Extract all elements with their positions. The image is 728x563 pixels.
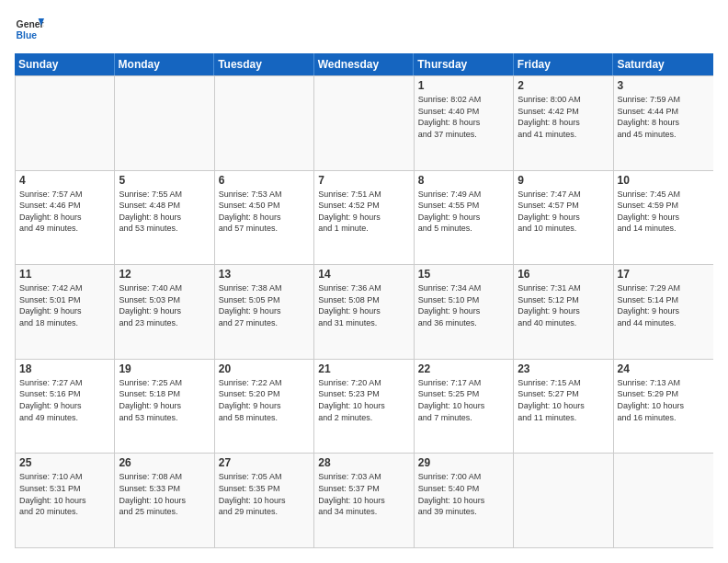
day-number: 11: [19, 268, 110, 281]
header: General Blue: [15, 15, 713, 44]
calendar-day-empty: [215, 76, 314, 170]
calendar-day-empty: [614, 454, 713, 547]
calendar-day-15: 15Sunrise: 7:34 AM Sunset: 5:10 PM Dayli…: [415, 265, 514, 359]
day-number: 12: [119, 268, 210, 281]
day-info: Sunrise: 7:29 AM Sunset: 5:14 PM Dayligh…: [618, 282, 710, 328]
day-info: Sunrise: 7:10 AM Sunset: 5:31 PM Dayligh…: [19, 471, 110, 517]
day-number: 21: [318, 362, 409, 375]
day-number: 3: [618, 79, 710, 92]
day-info: Sunrise: 7:15 AM Sunset: 5:27 PM Dayligh…: [518, 377, 609, 423]
day-number: 27: [219, 456, 310, 469]
calendar-day-29: 29Sunrise: 7:00 AM Sunset: 5:40 PM Dayli…: [415, 454, 514, 547]
day-number: 22: [418, 362, 509, 375]
day-info: Sunrise: 7:22 AM Sunset: 5:20 PM Dayligh…: [219, 377, 310, 423]
calendar-day-2: 2Sunrise: 8:00 AM Sunset: 4:42 PM Daylig…: [514, 76, 613, 170]
calendar-week-3: 11Sunrise: 7:42 AM Sunset: 5:01 PM Dayli…: [16, 264, 713, 359]
calendar-day-5: 5Sunrise: 7:55 AM Sunset: 4:48 PM Daylig…: [115, 171, 214, 265]
day-info: Sunrise: 7:25 AM Sunset: 5:18 PM Dayligh…: [119, 377, 210, 423]
calendar-day-10: 10Sunrise: 7:45 AM Sunset: 4:59 PM Dayli…: [614, 171, 713, 265]
calendar-day-12: 12Sunrise: 7:40 AM Sunset: 5:03 PM Dayli…: [115, 265, 214, 359]
day-number: 2: [518, 79, 609, 92]
day-info: Sunrise: 7:45 AM Sunset: 4:59 PM Dayligh…: [618, 189, 710, 235]
day-info: Sunrise: 7:08 AM Sunset: 5:33 PM Dayligh…: [119, 471, 210, 517]
calendar-day-27: 27Sunrise: 7:05 AM Sunset: 5:35 PM Dayli…: [215, 454, 314, 547]
day-number: 23: [518, 362, 609, 375]
weekday-header-monday: Monday: [115, 53, 215, 75]
weekday-header-tuesday: Tuesday: [214, 53, 314, 75]
day-info: Sunrise: 7:34 AM Sunset: 5:10 PM Dayligh…: [418, 282, 509, 328]
logo: General Blue: [15, 15, 48, 44]
calendar-day-28: 28Sunrise: 7:03 AM Sunset: 5:37 PM Dayli…: [314, 454, 414, 547]
calendar-week-2: 4Sunrise: 7:57 AM Sunset: 4:46 PM Daylig…: [16, 170, 713, 265]
day-info: Sunrise: 7:13 AM Sunset: 5:29 PM Dayligh…: [618, 377, 710, 423]
weekday-header-saturday: Saturday: [613, 53, 713, 75]
day-number: 17: [618, 268, 710, 281]
day-info: Sunrise: 7:03 AM Sunset: 5:37 PM Dayligh…: [318, 471, 409, 517]
calendar-day-26: 26Sunrise: 7:08 AM Sunset: 5:33 PM Dayli…: [115, 454, 214, 547]
calendar-week-4: 18Sunrise: 7:27 AM Sunset: 5:16 PM Dayli…: [16, 359, 713, 454]
calendar-day-empty: [115, 76, 214, 170]
day-number: 18: [19, 362, 110, 375]
calendar-day-17: 17Sunrise: 7:29 AM Sunset: 5:14 PM Dayli…: [614, 265, 713, 359]
day-info: Sunrise: 7:55 AM Sunset: 4:48 PM Dayligh…: [119, 189, 210, 235]
calendar-day-24: 24Sunrise: 7:13 AM Sunset: 5:29 PM Dayli…: [614, 360, 713, 454]
day-number: 1: [418, 79, 509, 92]
calendar-day-14: 14Sunrise: 7:36 AM Sunset: 5:08 PM Dayli…: [314, 265, 414, 359]
calendar-day-23: 23Sunrise: 7:15 AM Sunset: 5:27 PM Dayli…: [514, 360, 613, 454]
day-number: 28: [318, 456, 409, 469]
day-number: 19: [119, 362, 210, 375]
day-info: Sunrise: 7:36 AM Sunset: 5:08 PM Dayligh…: [318, 282, 409, 328]
day-info: Sunrise: 8:02 AM Sunset: 4:40 PM Dayligh…: [418, 94, 509, 140]
day-info: Sunrise: 7:51 AM Sunset: 4:52 PM Dayligh…: [318, 189, 409, 235]
day-info: Sunrise: 7:38 AM Sunset: 5:05 PM Dayligh…: [219, 282, 310, 328]
day-info: Sunrise: 7:57 AM Sunset: 4:46 PM Dayligh…: [19, 189, 110, 235]
day-number: 14: [318, 268, 409, 281]
calendar-day-25: 25Sunrise: 7:10 AM Sunset: 5:31 PM Dayli…: [16, 454, 115, 547]
day-info: Sunrise: 7:20 AM Sunset: 5:23 PM Dayligh…: [318, 377, 409, 423]
calendar-day-empty: [314, 76, 414, 170]
day-info: Sunrise: 7:17 AM Sunset: 5:25 PM Dayligh…: [418, 377, 509, 423]
calendar-day-4: 4Sunrise: 7:57 AM Sunset: 4:46 PM Daylig…: [16, 171, 115, 265]
calendar-day-empty: [16, 76, 115, 170]
day-number: 20: [219, 362, 310, 375]
page: General Blue SundayMondayTuesdayWednesda…: [0, 0, 728, 563]
day-info: Sunrise: 7:31 AM Sunset: 5:12 PM Dayligh…: [518, 282, 609, 328]
day-number: 16: [518, 268, 609, 281]
calendar-week-1: 1Sunrise: 8:02 AM Sunset: 4:40 PM Daylig…: [16, 75, 713, 170]
day-info: Sunrise: 7:47 AM Sunset: 4:57 PM Dayligh…: [518, 189, 609, 235]
calendar-day-7: 7Sunrise: 7:51 AM Sunset: 4:52 PM Daylig…: [314, 171, 414, 265]
calendar-week-5: 25Sunrise: 7:10 AM Sunset: 5:31 PM Dayli…: [16, 453, 713, 547]
day-info: Sunrise: 7:40 AM Sunset: 5:03 PM Dayligh…: [119, 282, 210, 328]
calendar-day-11: 11Sunrise: 7:42 AM Sunset: 5:01 PM Dayli…: [16, 265, 115, 359]
day-info: Sunrise: 7:05 AM Sunset: 5:35 PM Dayligh…: [219, 471, 310, 517]
calendar-day-8: 8Sunrise: 7:49 AM Sunset: 4:55 PM Daylig…: [415, 171, 514, 265]
calendar-day-19: 19Sunrise: 7:25 AM Sunset: 5:18 PM Dayli…: [115, 360, 214, 454]
day-number: 10: [618, 174, 710, 187]
day-number: 24: [618, 362, 710, 375]
weekday-header-sunday: Sunday: [15, 53, 115, 75]
weekday-header-thursday: Thursday: [414, 53, 514, 75]
calendar-day-1: 1Sunrise: 8:02 AM Sunset: 4:40 PM Daylig…: [415, 76, 514, 170]
calendar-day-21: 21Sunrise: 7:20 AM Sunset: 5:23 PM Dayli…: [314, 360, 414, 454]
calendar-day-13: 13Sunrise: 7:38 AM Sunset: 5:05 PM Dayli…: [215, 265, 314, 359]
calendar-header: SundayMondayTuesdayWednesdayThursdayFrid…: [15, 53, 713, 75]
calendar-day-18: 18Sunrise: 7:27 AM Sunset: 5:16 PM Dayli…: [16, 360, 115, 454]
day-number: 29: [418, 456, 509, 469]
svg-text:Blue: Blue: [17, 30, 38, 40]
day-number: 25: [19, 456, 110, 469]
day-number: 15: [418, 268, 509, 281]
day-info: Sunrise: 7:59 AM Sunset: 4:44 PM Dayligh…: [618, 94, 710, 140]
day-info: Sunrise: 7:49 AM Sunset: 4:55 PM Dayligh…: [418, 189, 509, 235]
weekday-header-wednesday: Wednesday: [314, 53, 415, 75]
calendar-day-empty: [514, 454, 613, 547]
calendar: SundayMondayTuesdayWednesdayThursdayFrid…: [15, 53, 713, 548]
calendar-day-6: 6Sunrise: 7:53 AM Sunset: 4:50 PM Daylig…: [215, 171, 314, 265]
weekday-header-friday: Friday: [514, 53, 614, 75]
day-number: 7: [318, 174, 409, 187]
day-info: Sunrise: 7:42 AM Sunset: 5:01 PM Dayligh…: [19, 282, 110, 328]
day-number: 8: [418, 174, 509, 187]
calendar-day-20: 20Sunrise: 7:22 AM Sunset: 5:20 PM Dayli…: [215, 360, 314, 454]
calendar-day-22: 22Sunrise: 7:17 AM Sunset: 5:25 PM Dayli…: [415, 360, 514, 454]
day-number: 26: [119, 456, 210, 469]
day-info: Sunrise: 8:00 AM Sunset: 4:42 PM Dayligh…: [518, 94, 609, 140]
